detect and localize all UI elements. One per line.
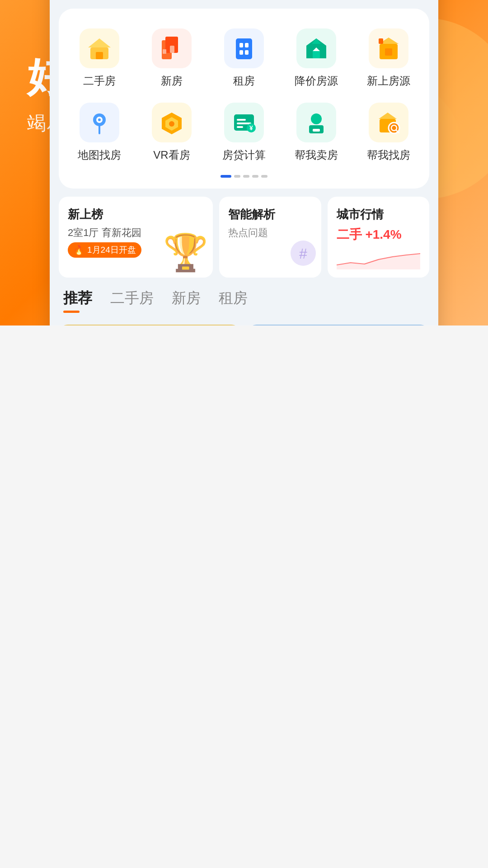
- menu-item-vr[interactable]: VR看房: [136, 96, 208, 170]
- svg-rect-7: [170, 46, 174, 53]
- svg-rect-12: [239, 50, 243, 55]
- new-listing-badge-text: 1月24日开盘: [87, 244, 136, 256]
- property-card-2[interactable]: 新房 西红门橡树湾二期 大兴 西红门 建面 128-148㎡ 小型社区 住宅: [248, 325, 429, 326]
- tab-rent[interactable]: 租房: [219, 288, 248, 311]
- dot-1: [221, 175, 231, 178]
- svg-rect-27: [237, 119, 246, 121]
- dot-5: [261, 175, 267, 178]
- market-value: 二手 +1.4%: [337, 226, 420, 243]
- svg-marker-42: [337, 254, 420, 269]
- svg-rect-10: [239, 43, 243, 47]
- dot-2: [234, 175, 240, 178]
- svg-marker-3: [88, 38, 111, 47]
- analysis-sub: 热点问题: [228, 226, 312, 240]
- menu-grid: 二手房 新房: [59, 9, 429, 189]
- svg-text:¥: ¥: [249, 124, 253, 132]
- menu-item-new-listing[interactable]: 新上房源: [352, 22, 425, 96]
- svg-rect-4: [96, 52, 103, 59]
- new-listing-badge: 🔥 1月24日开盘: [68, 242, 141, 258]
- market-card[interactable]: 城市行情 二手 +1.4%: [328, 197, 429, 278]
- property-cards-row: 2室2厅 华龙美晟 82㎡ 南 北 东城 永定门 抢手房源 唯一住房 南北通透: [59, 325, 429, 326]
- svg-rect-19: [379, 38, 383, 44]
- dot-3: [243, 175, 249, 178]
- new-listing-title: 新上榜: [68, 207, 204, 222]
- analysis-card[interactable]: 智能解析 热点问题 #: [219, 197, 321, 278]
- menu-label-newhouse: 新房: [161, 74, 183, 88]
- tab-newhouse[interactable]: 新房: [172, 288, 201, 311]
- menu-label-mapfind: 地图找房: [78, 148, 121, 162]
- svg-rect-29: [237, 126, 243, 128]
- phone-mockup: 9:41 📶 北京 ▾ 🔍 海淀: [50, 0, 438, 326]
- analysis-title: 智能解析: [228, 207, 312, 222]
- svg-point-32: [311, 113, 322, 124]
- svg-rect-34: [313, 129, 320, 132]
- menu-item-newhouse[interactable]: 新房: [136, 22, 208, 96]
- svg-rect-14: [313, 50, 320, 58]
- menu-item-find[interactable]: 帮我找房: [352, 96, 425, 170]
- dot-4: [252, 175, 258, 178]
- tab-recommend[interactable]: 推荐: [63, 288, 92, 311]
- map-label: 地图: [399, 0, 418, 0]
- property-card-1[interactable]: 2室2厅 华龙美晟 82㎡ 南 北 东城 永定门 抢手房源 唯一住房 南北通透: [59, 325, 240, 326]
- below-hero-content: [0, 606, 488, 805]
- info-cards-row: 新上榜 2室1厅 育新花园 🔥 1月24日开盘 🏆 智能解析 热点问题 #: [59, 197, 429, 278]
- property-tabs: 推荐 二手房 新房 租房: [63, 288, 425, 311]
- menu-item-mapfind[interactable]: 地图找房: [63, 96, 136, 170]
- hero-section: 好人 好房 好内容 竭尽全力为您寻找完美的家 9:41 📶: [0, 0, 488, 326]
- svg-point-25: [169, 121, 174, 127]
- menu-item-secondhand[interactable]: 二手房: [63, 22, 136, 96]
- menu-label-rent: 租房: [233, 74, 255, 88]
- menu-label-find: 帮我找房: [367, 148, 410, 162]
- svg-rect-18: [385, 48, 392, 56]
- svg-rect-11: [245, 43, 249, 47]
- menu-label-loan: 房贷计算: [222, 148, 266, 162]
- svg-rect-9: [236, 38, 252, 59]
- svg-marker-36: [379, 113, 397, 119]
- menu-item-loan[interactable]: ¥ 房贷计算: [208, 96, 280, 170]
- market-title: 城市行情: [337, 207, 420, 222]
- menu-label-pricedown: 降价房源: [295, 74, 338, 88]
- menu-label-sell: 帮我卖房: [295, 148, 338, 162]
- menu-label-secondhand: 二手房: [83, 74, 116, 88]
- trophy-icon: 🏆: [163, 231, 208, 274]
- svg-point-22: [98, 118, 101, 121]
- slider-dots: [63, 175, 425, 178]
- menu-item-sell[interactable]: 帮我卖房: [280, 96, 352, 170]
- new-listing-card[interactable]: 新上榜 2室1厅 育新花园 🔥 1月24日开盘 🏆: [59, 197, 213, 278]
- svg-text:#: #: [299, 245, 307, 262]
- tab-secondhand[interactable]: 二手房: [110, 288, 154, 311]
- svg-rect-8: [163, 49, 166, 54]
- menu-item-rent[interactable]: 租房: [208, 22, 280, 96]
- menu-item-pricedown[interactable]: 降价房源: [280, 22, 352, 96]
- search-bar: 北京 ▾ 🔍 海淀黄庄(地铁) 地图: [63, 0, 425, 0]
- menu-label-new-listing: 新上房源: [367, 74, 410, 88]
- svg-rect-13: [245, 50, 249, 55]
- menu-label-vr: VR看房: [153, 148, 190, 162]
- map-button[interactable]: 地图: [392, 0, 425, 0]
